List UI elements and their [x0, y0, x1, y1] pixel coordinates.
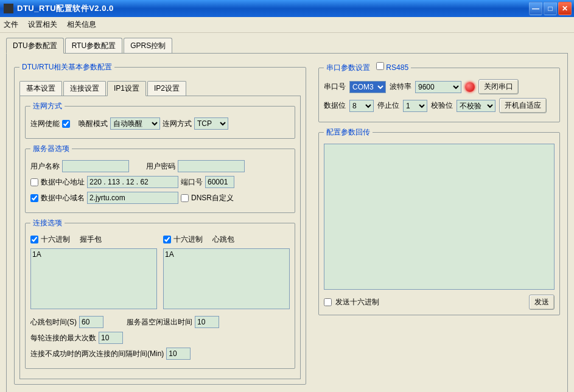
tab-rtu-params[interactable]: RTU参数配置: [65, 38, 122, 53]
serial-legend-text: 串口参数设置: [326, 63, 370, 72]
parity-label: 校验位: [431, 100, 453, 111]
basic-params-legend: DTU/RTU相关基本参数配置: [19, 62, 114, 72]
basic-params-group: DTU/RTU相关基本参数配置 基本设置 连接设置 IP1设置 IP2设置 连网…: [14, 62, 306, 385]
close-button[interactable]: ✕: [558, 2, 572, 15]
inner-tab-basic[interactable]: 基本设置: [19, 81, 62, 96]
max-retry-label: 每轮连接的最大次数: [30, 333, 96, 343]
center-addr-field[interactable]: [87, 176, 178, 188]
tab-dtu-params[interactable]: DTU参数配置: [6, 38, 64, 54]
center-domain-field[interactable]: [87, 192, 178, 204]
heartbeat-hex-checkbox[interactable]: [163, 236, 171, 243]
port-field[interactable]: [205, 176, 234, 188]
username-field[interactable]: [62, 160, 129, 172]
status-led-icon: [465, 82, 475, 92]
inner-tab-ip2[interactable]: IP2设置: [147, 81, 186, 96]
center-domain-label: 数据中心域名: [41, 193, 85, 203]
parity-select[interactable]: 不校验: [457, 100, 495, 112]
close-serial-button[interactable]: 关闭串口: [478, 79, 519, 94]
rs485-label: RS485: [386, 63, 408, 72]
dnsr-checkbox[interactable]: [181, 194, 189, 202]
center-domain-checkbox[interactable]: [30, 194, 38, 202]
handshake-label: 握手包: [80, 234, 102, 245]
max-retry-field[interactable]: [99, 332, 123, 344]
auto-adapt-button[interactable]: 开机自适应: [499, 98, 547, 113]
retry-interval-field[interactable]: [166, 348, 191, 360]
baud-select[interactable]: 9600: [415, 81, 461, 93]
conn-options-legend: 连接选项: [30, 218, 65, 228]
com-port-label: 串口号: [324, 82, 346, 92]
stopbits-select[interactable]: 1: [403, 100, 427, 112]
com-port-select[interactable]: COM3: [349, 81, 386, 93]
handshake-textarea[interactable]: 1A: [30, 248, 157, 309]
wake-mode-select[interactable]: 自动唤醒: [110, 117, 160, 130]
net-method-label: 连网方式: [163, 119, 192, 129]
port-label: 端口号: [181, 177, 203, 187]
databits-select[interactable]: 8: [349, 100, 374, 112]
wake-mode-label: 唤醒模式: [79, 119, 108, 129]
net-enable-checkbox[interactable]: [62, 120, 70, 128]
conn-options-group: 连接选项 十六进制 握手包 1A: [25, 218, 295, 369]
send-hex-checkbox[interactable]: [324, 298, 332, 306]
network-mode-group: 连网方式 连网使能 唤醒模式 自动唤醒 连网方式: [25, 101, 295, 139]
username-label: 用户名称: [30, 161, 60, 172]
server-options-group: 服务器选项 用户名称 用户密码 数据中心地址: [25, 144, 295, 213]
send-button[interactable]: 发送: [529, 295, 555, 310]
menu-file[interactable]: 文件: [4, 19, 18, 30]
server-options-legend: 服务器选项: [30, 144, 72, 154]
tab-gprs[interactable]: GPRS控制: [124, 38, 172, 53]
idle-time-label: 服务器空闲退出时间: [127, 317, 192, 327]
center-addr-checkbox[interactable]: [30, 178, 38, 186]
heartbeat-textarea[interactable]: 1A: [163, 248, 290, 309]
serial-params-legend: 串口参数设置 RS485: [324, 62, 411, 73]
retry-interval-label: 连接不成功时的两次连接的间隔时间(Min): [30, 349, 164, 359]
databits-label: 数据位: [324, 100, 346, 111]
network-mode-legend: 连网方式: [30, 101, 65, 111]
rs485-checkbox[interactable]: [376, 62, 384, 70]
heartbeat-label: 心跳包: [212, 234, 234, 245]
send-hex-label: 发送十六进制: [335, 297, 379, 307]
app-icon: [4, 4, 13, 13]
maximize-button[interactable]: □: [544, 2, 557, 15]
serial-params-group: 串口参数设置 RS485 串口号 COM3 波特率 9600: [318, 62, 560, 122]
handshake-hex-checkbox[interactable]: [30, 236, 38, 243]
inner-tab-ip1[interactable]: IP1设置: [107, 81, 146, 96]
menu-related[interactable]: 相关信息: [67, 19, 96, 30]
inner-tab-conn[interactable]: 连接设置: [63, 81, 106, 96]
stopbits-label: 停止位: [377, 100, 399, 111]
tab-panel-dtu: DTU/RTU相关基本参数配置 基本设置 连接设置 IP1设置 IP2设置 连网…: [6, 53, 568, 392]
window-title: DTU_RTU配置软件V2.0.0: [17, 3, 529, 14]
password-field[interactable]: [178, 160, 245, 172]
idle-time-field[interactable]: [195, 316, 219, 328]
callback-group: 配置参数回传 发送十六进制 发送: [318, 127, 560, 315]
menubar: 文件 设置相关 相关信息: [0, 17, 574, 33]
callback-legend: 配置参数回传: [324, 127, 373, 138]
net-enable-label: 连网使能: [30, 119, 60, 129]
inner-panel-ip1: 连网方式 连网使能 唤醒模式 自动唤醒 连网方式: [19, 96, 301, 379]
dnsr-label: DNSR自定义: [191, 193, 234, 203]
handshake-hex-label: 十六进制: [41, 234, 70, 245]
heartbeat-hex-label: 十六进制: [173, 234, 203, 245]
minimize-button[interactable]: —: [529, 2, 542, 15]
callback-display[interactable]: [324, 144, 555, 290]
center-addr-label: 数据中心地址: [41, 177, 85, 187]
net-method-select[interactable]: TCP: [194, 117, 228, 130]
hb-time-field[interactable]: [79, 316, 103, 328]
menu-settings[interactable]: 设置相关: [28, 19, 57, 30]
hb-time-label: 心跳包时间(S): [30, 317, 77, 327]
password-label: 用户密码: [146, 161, 175, 172]
baud-label: 波特率: [390, 82, 411, 92]
titlebar: DTU_RTU配置软件V2.0.0 — □ ✕: [0, 0, 574, 17]
